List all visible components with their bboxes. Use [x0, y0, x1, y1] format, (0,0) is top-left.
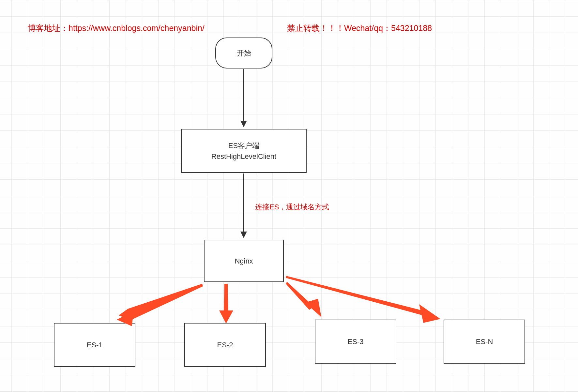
es-client-line2: RestHighLevelClient: [211, 151, 276, 162]
esn-node: ES-N: [444, 320, 525, 364]
es-client-node: ES客户端 RestHighLevelClient: [181, 129, 307, 173]
start-node-label: 开始: [237, 48, 251, 58]
es3-node: ES-3: [315, 320, 396, 364]
es-client-line1: ES客户端: [228, 140, 259, 151]
es2-node-label: ES-2: [217, 339, 233, 350]
nginx-node: Nginx: [204, 240, 284, 282]
esn-node-label: ES-N: [476, 336, 493, 347]
es1-node: ES-1: [54, 323, 135, 367]
blog-address-label: 博客地址：https://www.cnblogs.com/chenyanbin/: [28, 23, 205, 34]
start-node: 开始: [215, 38, 272, 68]
nginx-node-label: Nginx: [235, 256, 253, 266]
connect-es-label: 连接ES，通过域名方式: [255, 202, 329, 212]
es3-node-label: ES-3: [348, 336, 364, 347]
es1-node-label: ES-1: [87, 339, 103, 350]
copyright-label: 禁止转载！！！Wechat/qq：543210188: [287, 23, 432, 34]
es2-node: ES-2: [184, 323, 266, 367]
